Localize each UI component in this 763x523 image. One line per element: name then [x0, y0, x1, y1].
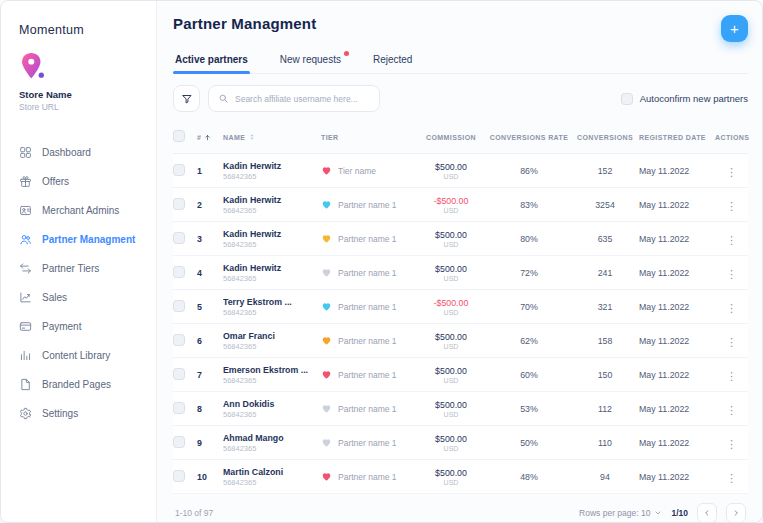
- partner-name[interactable]: Terry Ekstrom ...: [223, 297, 315, 307]
- conversions-count: 94: [571, 472, 639, 482]
- table-row[interactable]: 8 Ann Dokidis 56842365 Partner name 1 $5…: [173, 392, 748, 426]
- table-row[interactable]: 3 Kadin Herwitz 56842365 Partner name 1 …: [173, 222, 748, 256]
- row-actions-menu-icon[interactable]: ⋮: [720, 470, 743, 486]
- chevron-right-icon: [732, 509, 740, 517]
- pagination-range: 1-10 of 97: [175, 508, 213, 518]
- row-actions-menu-icon[interactable]: ⋮: [720, 436, 743, 452]
- conversions-rate: 86%: [487, 166, 571, 176]
- filter-button[interactable]: [173, 85, 200, 112]
- row-actions-menu-icon[interactable]: ⋮: [720, 402, 743, 418]
- row-checkbox[interactable]: [173, 266, 185, 278]
- sidebar-item-label: Offers: [42, 176, 69, 187]
- table-row[interactable]: 7 Emerson Ekstrom ... 56842365 Partner n…: [173, 358, 748, 392]
- commission-currency: USD: [444, 309, 459, 316]
- partner-name[interactable]: Kadin Herwitz: [223, 195, 315, 205]
- tab-active-partners[interactable]: Active partners: [173, 54, 250, 73]
- table-row[interactable]: 1 Kadin Herwitz 56842365 Tier name $500.…: [173, 154, 748, 188]
- partner-name[interactable]: Ahmad Mango: [223, 433, 315, 443]
- tab-rejected[interactable]: Rejected: [371, 54, 414, 73]
- commission-value: $500.00: [435, 230, 467, 240]
- row-checkbox[interactable]: [173, 334, 185, 346]
- chevron-down-icon: [654, 509, 662, 517]
- partner-id: 56842365: [223, 206, 315, 215]
- row-actions-menu-icon[interactable]: ⋮: [720, 266, 743, 282]
- table-row[interactable]: 10 Martin Calzoni 56842365 Partner name …: [173, 460, 748, 494]
- next-page-button[interactable]: [726, 503, 746, 522]
- table-row[interactable]: 6 Omar Franci 56842365 Partner name 1 $5…: [173, 324, 748, 358]
- sidebar-item-label: Partner Tiers: [42, 263, 99, 274]
- row-actions-menu-icon[interactable]: ⋮: [720, 300, 743, 316]
- partner-id: 56842365: [223, 478, 315, 487]
- commission-currency: USD: [444, 445, 459, 452]
- sidebar-item-content-library[interactable]: Content Library: [19, 341, 148, 370]
- chevron-left-icon: [703, 509, 711, 517]
- autoconfirm-toggle[interactable]: Autoconfirm new partners: [621, 93, 748, 105]
- registred-date: May 11.2022: [639, 166, 715, 176]
- partner-name[interactable]: Kadin Herwitz: [223, 229, 315, 239]
- row-checkbox[interactable]: [173, 436, 185, 448]
- autoconfirm-checkbox[interactable]: [621, 93, 633, 105]
- sidebar-item-sales[interactable]: Sales: [19, 283, 148, 312]
- column-header-name[interactable]: NAME: [223, 133, 321, 141]
- column-header-num[interactable]: #: [197, 134, 223, 141]
- sidebar-item-partner-managment[interactable]: Partner Managment: [19, 225, 148, 254]
- row-checkbox[interactable]: [173, 402, 185, 414]
- select-all-checkbox[interactable]: [173, 130, 185, 142]
- search-input[interactable]: [235, 94, 370, 104]
- row-actions-menu-icon[interactable]: ⋮: [720, 164, 743, 180]
- partner-id: 56842365: [223, 444, 315, 453]
- row-actions-menu-icon[interactable]: ⋮: [720, 198, 743, 214]
- sidebar-item-branded-pages[interactable]: Branded Pages: [19, 370, 148, 399]
- partner-id: 56842365: [223, 376, 315, 385]
- partner-name[interactable]: Kadin Herwitz: [223, 263, 315, 273]
- tab-label: Active partners: [175, 54, 248, 65]
- row-actions-menu-icon[interactable]: ⋮: [720, 232, 743, 248]
- partner-name[interactable]: Emerson Ekstrom ...: [223, 365, 315, 375]
- tier-heart-icon: [321, 165, 332, 176]
- partner-id: 56842365: [223, 172, 315, 181]
- funnel-icon: [181, 93, 193, 105]
- conversions-count: 635: [571, 234, 639, 244]
- partner-name[interactable]: Omar Franci: [223, 331, 315, 341]
- row-checkbox[interactable]: [173, 470, 185, 482]
- table-row[interactable]: 4 Kadin Herwitz 56842365 Partner name 1 …: [173, 256, 748, 290]
- prev-page-button[interactable]: [697, 503, 717, 522]
- partner-name[interactable]: Kadin Herwitz: [223, 161, 315, 171]
- column-header-commission: COMMISSION: [415, 134, 487, 141]
- store-url: Store URL: [19, 102, 148, 112]
- commission-currency: USD: [444, 207, 459, 214]
- row-actions-menu-icon[interactable]: ⋮: [720, 368, 743, 384]
- row-number: 1: [197, 166, 223, 176]
- sidebar-item-offers[interactable]: Offers: [19, 167, 148, 196]
- row-checkbox[interactable]: [173, 164, 185, 176]
- sidebar-item-merchant-admins[interactable]: Merchant Admins: [19, 196, 148, 225]
- app-logo: Momentum: [19, 23, 148, 37]
- partner-name[interactable]: Martin Calzoni: [223, 467, 315, 477]
- sidebar-item-settings[interactable]: Settings: [19, 399, 148, 428]
- row-number: 6: [197, 336, 223, 346]
- search-icon: [218, 93, 229, 104]
- store-pin-icon: [19, 51, 47, 81]
- add-partner-button[interactable]: +: [721, 15, 748, 42]
- tab-new-requests[interactable]: New requests: [278, 54, 343, 73]
- sidebar-item-partner-tiers[interactable]: Partner Tiers: [19, 254, 148, 283]
- row-actions-menu-icon[interactable]: ⋮: [720, 334, 743, 350]
- partner-name[interactable]: Ann Dokidis: [223, 399, 315, 409]
- row-checkbox[interactable]: [173, 300, 185, 312]
- row-checkbox[interactable]: [173, 232, 185, 244]
- table-row[interactable]: 2 Kadin Herwitz 56842365 Partner name 1 …: [173, 188, 748, 222]
- notification-dot-icon: [344, 51, 349, 56]
- row-checkbox[interactable]: [173, 368, 185, 380]
- table-row[interactable]: 9 Ahmad Mango 56842365 Partner name 1 $5…: [173, 426, 748, 460]
- registred-date: May 11.2022: [639, 268, 715, 278]
- pagination-controls: Rows per page: 10 1/10: [579, 503, 746, 522]
- row-number: 10: [197, 472, 223, 482]
- sidebar-item-payment[interactable]: Payment: [19, 312, 148, 341]
- tier-heart-icon: [321, 335, 332, 346]
- sidebar-item-dashboard[interactable]: Dashboard: [19, 138, 148, 167]
- sidebar-item-label: Content Library: [42, 350, 110, 361]
- table-row[interactable]: 5 Terry Ekstrom ... 56842365 Partner nam…: [173, 290, 748, 324]
- row-checkbox[interactable]: [173, 198, 185, 210]
- store-name: Store Name: [19, 89, 148, 100]
- rows-per-page-select[interactable]: Rows per page: 10: [579, 508, 662, 518]
